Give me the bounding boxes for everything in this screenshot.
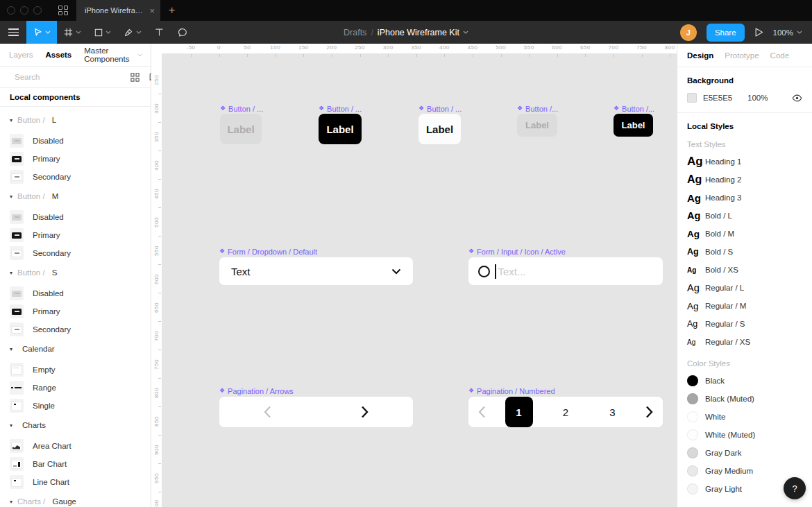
caret-down-icon[interactable]: ▾ [10,270,12,276]
present-play-button[interactable] [754,27,763,37]
window-zoom-button[interactable] [33,6,42,15]
component-list-entry[interactable]: ▾ Bar Chart [0,455,151,473]
component-list-entry[interactable]: ▾ Single [0,397,151,415]
caret-down-icon[interactable]: ▾ [10,346,12,352]
text-style-row[interactable]: Ag Regular / M [687,297,802,315]
tab-code[interactable]: Code [770,51,790,60]
color-style-row[interactable]: Gray Dark [687,444,802,462]
search-input[interactable] [15,73,121,81]
text-style-row[interactable]: Ag Regular / S [687,315,802,333]
pagination-numbered-component[interactable]: ❖ Pagination / Numbered 1 2 3 [468,386,663,427]
color-style-row[interactable]: White [687,408,802,426]
component-list-entry[interactable]: ▾ Primary [0,226,151,244]
color-style-row[interactable]: White (Muted) [687,426,802,444]
text-style-row[interactable]: Ag Regular / XS [687,333,802,351]
master-components-dropdown[interactable]: Master Components [84,46,142,63]
component-caption[interactable]: ❖ Pagination / Numbered [468,386,663,395]
component-list-entry[interactable]: ▾ Secondary [0,168,151,186]
main-menu-button[interactable] [0,21,26,44]
tab-layers[interactable]: Layers [9,51,33,59]
background-color-swatch[interactable] [687,93,697,103]
text-style-row[interactable]: Ag Bold / M [687,225,802,243]
component-list-entry[interactable]: ▾ Calendar [0,340,151,358]
close-icon[interactable]: × [149,6,155,15]
button-component[interactable]: ❖ Button / ... Label [418,104,462,144]
zoom-level-control[interactable]: 100% [773,28,802,37]
component-list-entry[interactable]: ▾ Disabled [0,132,151,150]
text-style-row[interactable]: Ag Heading 2 [687,171,802,189]
new-tab-button[interactable]: + [160,0,183,21]
component-list-entry[interactable]: ▾ Range [0,379,151,397]
visibility-toggle[interactable] [792,94,802,102]
component-caption[interactable]: ❖ Button / ... [418,104,462,113]
button-preview[interactable]: Label [614,114,653,137]
component-list-entry[interactable]: ▾ Area Chart [0,437,151,455]
pen-tool-button[interactable] [117,21,148,44]
breadcrumb-file-menu[interactable]: iPhone Wireframe Kit [378,28,468,37]
window-minimize-button[interactable] [20,6,28,15]
canvas[interactable]: -50 0 50 100 [162,44,677,507]
page-number[interactable]: 1 [505,397,533,427]
comment-tool-button[interactable] [171,21,194,44]
component-caption[interactable]: ❖ Form / Input / Icon / Active [468,247,663,256]
move-tool-button[interactable] [26,21,57,44]
shape-tool-button[interactable] [87,21,117,44]
file-browser-button[interactable] [50,0,76,21]
dropdown-preview[interactable]: Text [219,257,413,285]
help-button[interactable]: ? [784,477,806,499]
component-list-entry[interactable]: ▾ Primary [0,302,151,320]
button-component[interactable]: ❖ Button / ... Label [319,104,362,144]
component-list-entry[interactable]: ▾ Primary [0,150,151,168]
component-list-entry[interactable]: ▾ Button / S [0,264,151,282]
component-list-entry[interactable]: ▾ Disabled [0,208,151,226]
text-style-row[interactable]: Ag Bold / XS [687,261,802,279]
window-close-button[interactable] [7,6,15,15]
input-component[interactable]: ❖ Form / Input / Icon / Active Text... [468,247,663,285]
tab-assets[interactable]: Assets [46,51,72,59]
text-style-row[interactable]: Ag Bold / L [687,207,802,225]
color-style-row[interactable]: Gray Medium [687,462,802,480]
button-preview[interactable]: Label [418,114,461,144]
button-component[interactable]: ❖ Button /... Label [614,104,654,137]
text-style-row[interactable]: Ag Regular / L [687,279,802,297]
component-list-entry[interactable]: ▾ Button / M [0,187,151,205]
pagination-arrows-preview[interactable] [219,397,413,427]
avatar[interactable]: J [680,24,697,41]
page-number[interactable]: 3 [599,406,627,418]
button-preview[interactable]: Label [319,114,362,144]
component-list-entry[interactable]: ▾ Empty [0,361,151,379]
caret-down-icon[interactable]: ▾ [10,117,12,123]
component-grid-view-button[interactable] [130,72,140,83]
text-tool-button[interactable] [148,21,171,44]
button-preview[interactable]: Label [517,114,557,137]
input-preview[interactable]: Text... [468,257,663,285]
component-list-entry[interactable]: ▾ Line Chart [0,473,151,491]
button-component[interactable]: ❖ Button /... Label [517,104,558,137]
text-style-row[interactable]: Ag Heading 1 [687,153,802,171]
button-preview[interactable]: Label [220,114,262,144]
dropdown-component[interactable]: ❖ Form / Dropdown / Default Text [219,247,413,285]
component-caption[interactable]: ❖ Pagination / Arrows [219,386,413,395]
background-opacity-value[interactable]: 100% [747,94,768,102]
component-list-entry[interactable]: ▾ Secondary [0,320,151,338]
frame-tool-button[interactable] [57,21,87,44]
component-list-entry[interactable]: ▾ Charts / Gauge [0,492,151,507]
component-caption[interactable]: ❖ Button /... [517,104,558,113]
component-list-entry[interactable]: ▾ Charts [0,416,151,434]
document-tab[interactable]: iPhone Wireframe Kit × [76,0,160,21]
pagination-numbered-preview[interactable]: 1 2 3 [468,397,663,427]
text-style-row[interactable]: Ag Bold / S [687,243,802,261]
chevron-right-icon[interactable] [361,406,369,418]
component-caption[interactable]: ❖ Button / ... [319,104,362,113]
component-list-entry[interactable]: ▾ Button / L [0,111,151,129]
button-component[interactable]: ❖ Button / ... Label [220,104,263,144]
pagination-arrows-component[interactable]: ❖ Pagination / Arrows [219,386,413,427]
chevron-left-icon[interactable] [264,406,271,418]
share-button[interactable]: Share [707,24,745,42]
background-hex-value[interactable]: E5E5E5 [703,94,739,102]
tab-design[interactable]: Design [687,51,713,60]
caret-down-icon[interactable]: ▾ [10,499,12,505]
text-style-row[interactable]: Ag Heading 3 [687,189,802,207]
color-style-row[interactable]: Black [687,372,802,390]
component-list-entry[interactable]: ▾ Secondary [0,244,151,262]
